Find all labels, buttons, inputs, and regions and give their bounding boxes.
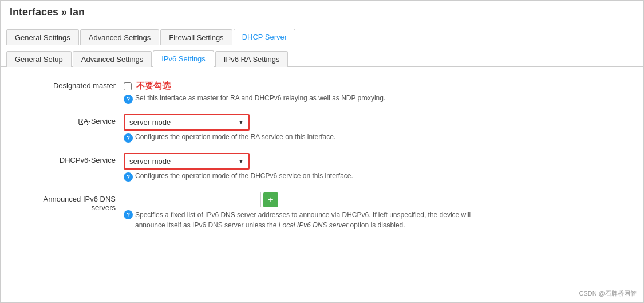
ra-service-control: server mode relay mode disabled ▼ ? Conf… (124, 114, 626, 143)
dont-check-label: 不要勾选 (136, 81, 171, 92)
hint-icon-1: ? (124, 95, 133, 104)
dns-input-row: + (124, 192, 626, 207)
ra-service-select-wrapper: server mode relay mode disabled ▼ (124, 114, 250, 131)
announced-dns-hint-text: Specifies a fixed list of IPv6 DNS serve… (135, 210, 471, 230)
dhcpv6-service-hint-text: Configures the operation mode of the DHC… (135, 172, 353, 180)
page-title: Interfaces » lan (1, 1, 643, 23)
watermark: CSDN @石牌桥网管 (579, 289, 637, 298)
announced-dns-control: + ? Specifies a fixed list of IPv6 DNS s… (124, 192, 626, 230)
ra-service-row: RA-Service server mode relay mode disabl… (18, 114, 626, 143)
announced-dns-row: Announced IPv6 DNS servers + ? Specifies… (18, 192, 626, 230)
sub-tab-ipv6-settings[interactable]: IPv6 Settings (153, 50, 214, 67)
sub-tab-ipv6-ra-settings[interactable]: IPv6 RA Settings (215, 51, 289, 67)
designated-master-label: Designated master (18, 78, 124, 90)
designated-master-hint: ? Set this interface as master for RA an… (124, 94, 626, 104)
designated-master-checkbox[interactable] (124, 82, 132, 90)
designated-master-hint-text: Set this interface as master for RA and … (135, 94, 385, 102)
dhcpv6-service-row: DHCPv6-Service server mode relay mode di… (18, 153, 626, 182)
dhcpv6-service-arrow: ▼ (234, 158, 248, 164)
dhcpv6-service-hint: ? Configures the operation mode of the D… (124, 172, 626, 182)
hint-icon-2: ? (124, 133, 133, 143)
sub-tab-advanced-settings[interactable]: Advanced Settings (73, 51, 152, 67)
hint-icon-4: ? (124, 210, 133, 219)
tab-advanced-settings[interactable]: Advanced Settings (80, 29, 159, 45)
announced-dns-hint: ? Specifies a fixed list of IPv6 DNS ser… (124, 210, 626, 230)
ra-service-label: RA-Service (18, 114, 124, 125)
dhcpv6-service-control: server mode relay mode disabled ▼ ? Conf… (124, 153, 626, 182)
dhcpv6-service-select-wrapper: server mode relay mode disabled ▼ (124, 153, 250, 170)
ra-service-select[interactable]: server mode relay mode disabled (125, 115, 234, 129)
sub-tab-general-setup[interactable]: General Setup (6, 51, 72, 67)
tab-firewall-settings[interactable]: Firewall Settings (160, 29, 232, 45)
tab-dhcp-server[interactable]: DHCP Server (234, 29, 296, 45)
dhcpv6-service-select[interactable]: server mode relay mode disabled (125, 154, 234, 168)
sub-tabs-row: General Setup Advanced Settings IPv6 Set… (1, 45, 643, 67)
dns-add-button[interactable]: + (263, 192, 278, 207)
checkbox-row: 不要勾选 (124, 78, 626, 92)
ra-service-hint-text: Configures the operation mode of the RA … (135, 133, 335, 141)
ra-service-arrow: ▼ (234, 119, 248, 125)
dhcpv6-service-label: DHCPv6-Service (18, 153, 124, 164)
tab-general-settings[interactable]: General Settings (6, 29, 79, 45)
hint-icon-3: ? (124, 172, 133, 182)
content-area: Designated master 不要勾选 ? Set this interf… (1, 67, 643, 252)
main-tabs-row: General Settings Advanced Settings Firew… (1, 23, 643, 45)
designated-master-row: Designated master 不要勾选 ? Set this interf… (18, 78, 626, 104)
announced-dns-label: Announced IPv6 DNS servers (18, 192, 124, 212)
ra-service-hint: ? Configures the operation mode of the R… (124, 133, 626, 143)
ra-service-label-text: RA (78, 117, 88, 125)
dns-input-field[interactable] (124, 192, 261, 207)
designated-master-control: 不要勾选 ? Set this interface as master for … (124, 78, 626, 104)
page-wrapper: Interfaces » lan General Settings Advanc… (0, 0, 644, 303)
